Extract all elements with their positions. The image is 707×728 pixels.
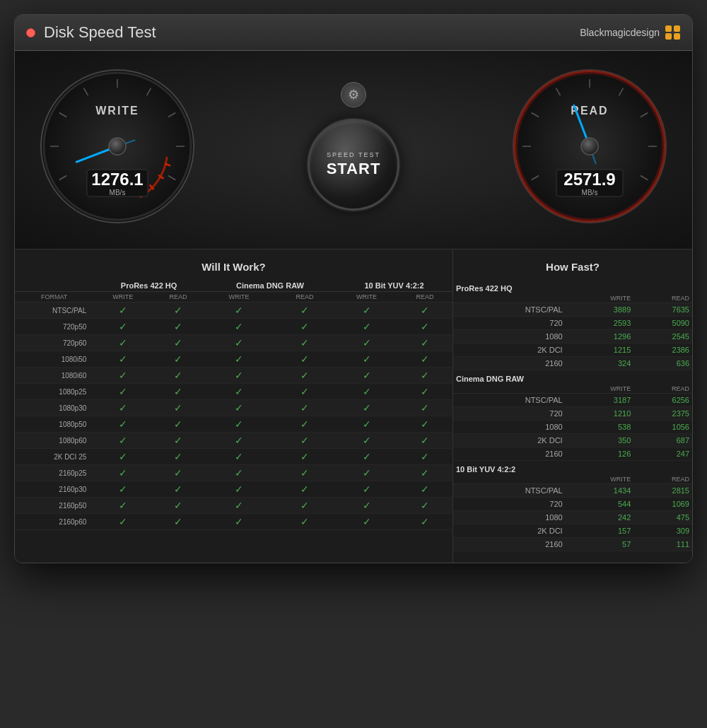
read-value: 1056 (633, 421, 692, 434)
table-row: 1080p30✓✓✓✓✓✓ (15, 400, 452, 416)
list-item: NTSC/PAL31876256 (453, 394, 692, 407)
check-cell: ✓ (152, 303, 204, 319)
read-value: 475 (633, 511, 692, 524)
settings-button[interactable]: ⚙ (341, 82, 366, 107)
write-sub-2: WRITE (204, 292, 274, 303)
read-sub-3: READ (397, 292, 452, 303)
svg-point-20 (109, 138, 126, 155)
write-value: 2593 (568, 317, 634, 330)
check-cell: ✓ (397, 465, 452, 481)
start-button[interactable]: SPEED TEST START (308, 119, 399, 211)
read-gauge: READ 2571.9 MB/s (508, 65, 671, 228)
check-cell: ✓ (152, 351, 204, 368)
format-label: 2K DCI (453, 434, 568, 447)
start-label-top: SPEED TEST (327, 151, 380, 158)
check-cell: ✓ (152, 498, 204, 514)
check-cell: ✓ (204, 498, 274, 514)
format-label: 2160 (453, 447, 568, 461)
list-item: 72012102375 (453, 407, 692, 421)
read-sub-2: READ (274, 292, 336, 303)
table-row: 720p60✓✓✓✓✓✓ (15, 335, 452, 351)
check-cell: ✓ (274, 319, 336, 335)
write-value: 157 (568, 524, 634, 538)
check-cell: ✓ (397, 319, 452, 335)
check-cell: ✓ (204, 416, 274, 433)
list-item: 72025935090 (453, 317, 692, 330)
how-fast-body: ProRes 422 HQWRITEREADNTSC/PAL3889763572… (453, 280, 692, 551)
check-cell: ✓ (336, 335, 397, 351)
read-gauge-svg: READ 2571.9 MB/s (508, 65, 671, 228)
write-sub-3: WRITE (336, 292, 397, 303)
table-row: 720p50✓✓✓✓✓✓ (15, 319, 452, 335)
svg-text:2571.9: 2571.9 (563, 170, 615, 189)
check-cell: ✓ (93, 514, 152, 530)
check-cell: ✓ (204, 351, 274, 368)
write-sub-1: WRITE (93, 292, 152, 303)
write-value: 1215 (568, 344, 634, 357)
how-fast-table: ProRes 422 HQWRITEREADNTSC/PAL3889763572… (453, 280, 692, 551)
format-col-header (15, 280, 93, 292)
write-gauge-container: WRITE 1276.1 MB/s (36, 65, 199, 228)
check-cell: ✓ (204, 303, 274, 319)
format-cell: 720p50 (15, 319, 93, 335)
format-label: 720 (453, 407, 568, 421)
format-label: NTSC/PAL (453, 303, 568, 317)
check-cell: ✓ (93, 416, 152, 433)
check-cell: ✓ (336, 465, 397, 481)
check-cell: ✓ (274, 433, 336, 449)
list-item: 7205441069 (453, 498, 692, 511)
list-item: 108012962545 (453, 330, 692, 344)
check-cell: ✓ (397, 400, 452, 416)
sub-header: WRITEREAD (453, 475, 692, 484)
table-row: 1080p60✓✓✓✓✓✓ (15, 433, 452, 449)
svg-text:MB/s: MB/s (110, 189, 126, 196)
check-cell: ✓ (336, 416, 397, 433)
main-window: Disk Speed Test Blackmagicdesign (14, 14, 693, 563)
check-cell: ✓ (152, 319, 204, 335)
check-cell: ✓ (93, 335, 152, 351)
check-cell: ✓ (204, 481, 274, 498)
write-value: 1210 (568, 407, 634, 421)
sub-header: WRITEREAD (453, 384, 692, 394)
write-value: 1434 (568, 484, 634, 498)
list-item: NTSC/PAL14342815 (453, 484, 692, 498)
write-value: 3889 (568, 303, 634, 317)
list-item: 2K DCI350687 (453, 434, 692, 447)
read-value: 7635 (633, 303, 692, 317)
check-cell: ✓ (152, 481, 204, 498)
read-value: 2386 (633, 344, 692, 357)
sub-header: WRITEREAD (453, 294, 692, 303)
check-cell: ✓ (397, 351, 452, 368)
table-row: 2160p50✓✓✓✓✓✓ (15, 498, 452, 514)
format-label: 1080 (453, 330, 568, 344)
check-cell: ✓ (274, 400, 336, 416)
check-cell: ✓ (152, 433, 204, 449)
table-row: 1080i60✓✓✓✓✓✓ (15, 368, 452, 384)
check-cell: ✓ (93, 319, 152, 335)
close-button[interactable] (26, 28, 35, 37)
write-value: 350 (568, 434, 634, 447)
yuv-header: 10 Bit YUV 4:2:2 (336, 280, 452, 292)
write-value: 324 (568, 357, 634, 370)
check-cell: ✓ (93, 433, 152, 449)
svg-text:WRITE: WRITE (95, 105, 139, 117)
check-cell: ✓ (204, 465, 274, 481)
check-cell: ✓ (93, 481, 152, 498)
format-cell: 1080i60 (15, 368, 93, 384)
read-value: 1069 (633, 498, 692, 511)
format-sub-header: FORMAT (15, 292, 93, 303)
format-label: NTSC/PAL (453, 394, 568, 407)
write-gauge: WRITE 1276.1 MB/s (36, 65, 199, 228)
will-it-work-header: ProRes 422 HQ Cinema DNG RAW 10 Bit YUV … (15, 280, 452, 292)
check-cell: ✓ (397, 335, 452, 351)
check-cell: ✓ (93, 400, 152, 416)
check-cell: ✓ (397, 303, 452, 319)
format-cell: 2160p30 (15, 481, 93, 498)
title-bar: Disk Speed Test Blackmagicdesign (15, 15, 692, 51)
read-value: 111 (633, 538, 692, 551)
format-cell: 2160p25 (15, 465, 93, 481)
check-cell: ✓ (152, 335, 204, 351)
list-item: NTSC/PAL38897635 (453, 303, 692, 317)
read-value: 247 (633, 447, 692, 461)
check-cell: ✓ (93, 498, 152, 514)
